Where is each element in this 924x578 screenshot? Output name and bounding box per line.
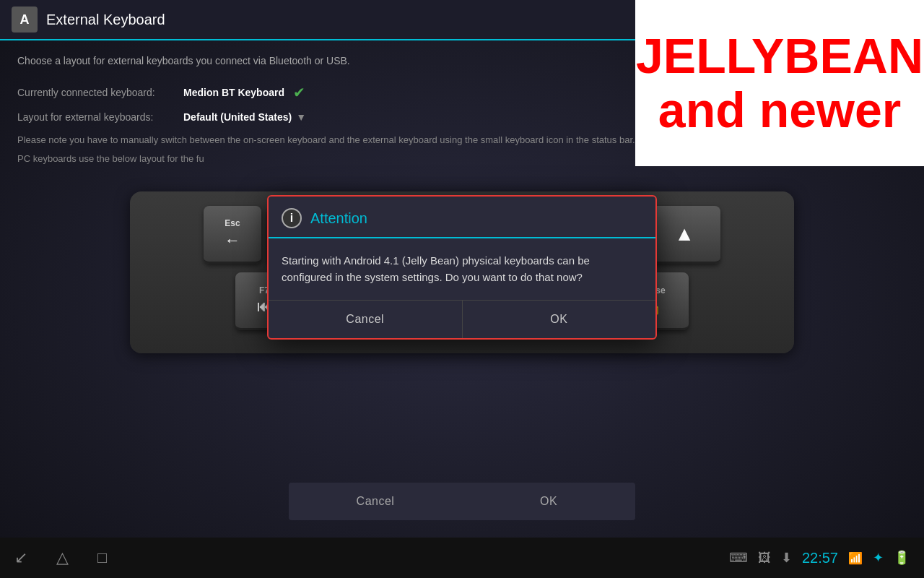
dialog-title: Attention <box>310 210 367 227</box>
dialog-cancel-button[interactable]: Cancel <box>269 301 463 338</box>
dialog-body: Starting with Android 4.1 (Jelly Bean) p… <box>269 238 655 300</box>
dialog-overlay: i Attention Starting with Android 4.1 (J… <box>0 0 924 578</box>
dialog-ok-button[interactable]: OK <box>463 301 656 338</box>
dialog-buttons: Cancel OK <box>269 300 655 338</box>
dialog-message: Starting with Android 4.1 (Jelly Bean) p… <box>282 254 590 283</box>
dialog-header: i Attention <box>269 197 655 238</box>
dialog-info-icon: i <box>282 208 302 228</box>
attention-dialog: i Attention Starting with Android 4.1 (J… <box>267 195 657 340</box>
